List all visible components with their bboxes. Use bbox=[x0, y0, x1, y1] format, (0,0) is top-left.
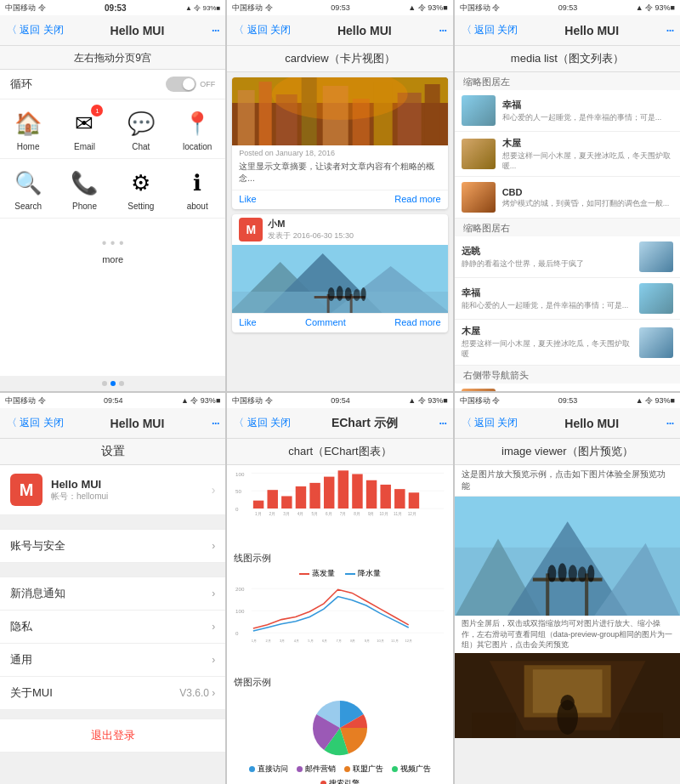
panel-launcher: 中国移动 令 09:53 ▲ 令 93%■ 〈 返回 关闭 Hello MUI … bbox=[0, 0, 225, 391]
signal-icons-6: ▲ 令 93%■ bbox=[636, 395, 675, 406]
icon-home[interactable]: 🏠 Home bbox=[0, 99, 56, 158]
card-2-user-row: M 小M 发表于 2016-06-30 15:30 bbox=[232, 214, 447, 245]
legend-rainfall bbox=[345, 573, 355, 575]
card-1-meta: Posted on January 18, 2016 bbox=[232, 145, 447, 159]
imgviewer-main-image[interactable] bbox=[455, 497, 680, 616]
svg-rect-31 bbox=[253, 501, 264, 508]
email-badge: 1 bbox=[91, 105, 103, 116]
nav-more-4[interactable]: ··· bbox=[211, 414, 218, 432]
settings-label-general: 通用 bbox=[10, 652, 32, 668]
svg-text:7月: 7月 bbox=[337, 639, 342, 643]
settings-item-notify[interactable]: 新消息通知 › bbox=[0, 577, 225, 611]
more-icon-cell[interactable]: • • • more bbox=[94, 227, 133, 273]
page-dots bbox=[0, 376, 225, 391]
nav-more-3[interactable]: ··· bbox=[666, 21, 673, 39]
nav-bar-6: 〈 返回 关闭 Hello MUI ··· bbox=[455, 408, 680, 439]
icon-phone[interactable]: 📞 Phone bbox=[56, 159, 112, 218]
nav-title-6: Hello MUI bbox=[564, 417, 619, 430]
card-1-image bbox=[232, 77, 447, 145]
media-item-6[interactable]: 木屋 想要这样一间小木屋，夏天挫冰吃瓜，冬天围炉取暖 bbox=[455, 320, 680, 365]
card-2-readmore[interactable]: Read more bbox=[394, 317, 440, 327]
signal-icons-5: ▲ 令 93%■ bbox=[408, 395, 447, 406]
media-title-2: 木屋 bbox=[502, 137, 673, 150]
time-5: 09:54 bbox=[331, 396, 350, 405]
nav-more-6[interactable]: ··· bbox=[666, 414, 673, 432]
media-thumb-3 bbox=[462, 182, 496, 213]
nav-back-3[interactable]: 〈 返回 关闭 bbox=[462, 23, 518, 37]
icon-search[interactable]: 🔍 Search bbox=[0, 159, 56, 218]
settings-item-privacy[interactable]: 隐私 › bbox=[0, 611, 225, 644]
icon-email[interactable]: ✉ 1 Email bbox=[56, 99, 112, 158]
settings-value-general: › bbox=[212, 654, 215, 666]
time-3: 09:53 bbox=[558, 3, 578, 12]
svg-text:11月: 11月 bbox=[394, 512, 402, 516]
settings-profile[interactable]: M Hello MUI 帐号：hellomui › bbox=[0, 465, 225, 515]
nav-back-1[interactable]: 〈 返回 关闭 bbox=[7, 23, 64, 37]
carrier-3: 中国移动 令 bbox=[460, 3, 501, 14]
settings-item-account[interactable]: 账号与安全 › bbox=[0, 530, 225, 562]
svg-text:8月: 8月 bbox=[354, 512, 361, 516]
nav-title-3: Hello MUI bbox=[564, 24, 619, 37]
media-title-5: 幸福 bbox=[462, 287, 632, 299]
echart-section-title: chart（EChart图表） bbox=[227, 439, 452, 465]
icon-search-label: Search bbox=[14, 202, 42, 211]
svg-rect-94 bbox=[455, 653, 680, 738]
card-2-comment[interactable]: Comment bbox=[305, 317, 346, 327]
loop-row: 循环 OFF bbox=[0, 70, 225, 99]
svg-rect-53 bbox=[409, 492, 419, 508]
svg-rect-80 bbox=[585, 573, 588, 616]
loop-label: 循环 bbox=[10, 77, 32, 92]
logout-button[interactable]: 退出登录 bbox=[0, 719, 225, 753]
svg-text:2月: 2月 bbox=[266, 639, 271, 643]
bar-chart: 100 50 0 1月 2月 3月 4月 5月 6月 bbox=[227, 465, 452, 550]
icon-setting-label: Setting bbox=[128, 202, 154, 211]
imgviewer-room-image[interactable] bbox=[455, 653, 680, 738]
nav-back-2[interactable]: 〈 返回 关闭 bbox=[234, 23, 291, 37]
svg-rect-10 bbox=[425, 84, 440, 145]
line-chart-label: 线图示例 bbox=[227, 550, 452, 566]
svg-point-21 bbox=[337, 286, 343, 301]
status-bar-3: 中国移动 令 09:53 ▲ 令 93%■ bbox=[455, 0, 680, 15]
settings-item-about[interactable]: 关于MUI V3.6.0 › bbox=[0, 677, 225, 709]
media-item-5[interactable]: 幸福 能和心爱的人一起睡觉，是件幸福的事情；可是... bbox=[455, 278, 680, 320]
nav-back-4[interactable]: 〈 返回 关闭 bbox=[7, 416, 64, 430]
media-item-4[interactable]: 远眺 静静的看着这个世界，最后终于疯了 bbox=[455, 236, 680, 278]
svg-rect-47 bbox=[366, 480, 377, 508]
media-item-1[interactable]: 幸福 和心爱的人一起睡觉，是件幸福的事情；可是... bbox=[455, 90, 680, 132]
settings-item-general[interactable]: 通用 › bbox=[0, 644, 225, 677]
card-1-like[interactable]: Like bbox=[239, 194, 256, 204]
media-item-2[interactable]: 木屋 想要这样一间小木屋，夏天挫冰吃瓜，冬天围炉取暖... bbox=[455, 132, 680, 177]
toggle-off-label: OFF bbox=[200, 80, 215, 88]
card-1-readmore[interactable]: Read more bbox=[394, 194, 440, 204]
media-item-7[interactable]: CBD 烤炉模式的城，到黄昏，如同打翻的调色盒... › bbox=[455, 383, 680, 391]
svg-text:9月: 9月 bbox=[365, 639, 370, 643]
settings-value-about: V3.6.0 › bbox=[179, 687, 215, 699]
nav-back-5[interactable]: 〈 返回 关闭 bbox=[234, 416, 291, 430]
loop-toggle[interactable] bbox=[166, 77, 196, 92]
nav-more-1[interactable]: ··· bbox=[211, 21, 218, 39]
svg-text:200: 200 bbox=[235, 586, 245, 592]
nav-bar-4: 〈 返回 关闭 Hello MUI ··· bbox=[0, 408, 225, 439]
nav-more-5[interactable]: ··· bbox=[439, 414, 446, 432]
signal-icons-1: ▲ 令 93%■ bbox=[185, 3, 220, 13]
card-2-like[interactable]: Like bbox=[239, 317, 256, 327]
svg-text:100: 100 bbox=[235, 471, 245, 477]
svg-text:50: 50 bbox=[235, 488, 241, 494]
svg-point-83 bbox=[568, 565, 576, 582]
carrier-5: 中国移动 令 bbox=[232, 395, 273, 406]
card-2-image bbox=[232, 245, 447, 313]
nav-back-6[interactable]: 〈 返回 关闭 bbox=[462, 416, 518, 430]
svg-text:4月: 4月 bbox=[298, 512, 304, 516]
icon-setting[interactable]: ⚙ Setting bbox=[113, 159, 169, 218]
media-item-3[interactable]: CBD 烤炉模式的城，到黄昏，如同打翻的调色盒一般... bbox=[455, 177, 680, 219]
icon-home-label: Home bbox=[17, 142, 40, 151]
nav-more-2[interactable]: ··· bbox=[439, 21, 446, 39]
icon-about[interactable]: ℹ about bbox=[169, 159, 225, 218]
icon-chat[interactable]: 💬 Chat bbox=[113, 99, 169, 158]
svg-point-20 bbox=[328, 287, 335, 301]
pie-chart-label: 饼图示例 bbox=[227, 674, 452, 690]
media-desc-1: 和心爱的人一起睡觉，是件幸福的事情；可是... bbox=[502, 113, 673, 123]
carrier-6: 中国移动 令 bbox=[460, 395, 501, 406]
media-title-4: 远眺 bbox=[462, 245, 632, 258]
icon-location[interactable]: 📍 location bbox=[169, 99, 225, 158]
